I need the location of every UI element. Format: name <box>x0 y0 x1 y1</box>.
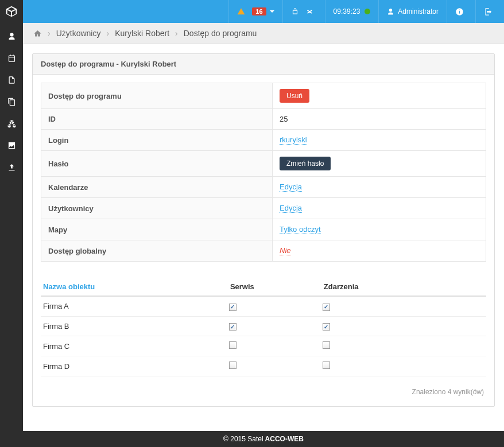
events-checkbox[interactable] <box>323 341 330 349</box>
prop-label: Kalendarze <box>41 177 273 198</box>
prop-label: Użytkownicy <box>41 198 273 219</box>
svg-rect-2 <box>459 9 460 10</box>
events-checkbox[interactable] <box>323 362 330 369</box>
prop-value-cell: 25 <box>273 109 486 130</box>
sidebar-item-copy[interactable] <box>0 91 23 112</box>
sidebar-item-document[interactable] <box>0 69 23 91</box>
breadcrumb-users[interactable]: Użytkownicy <box>56 29 101 38</box>
caret-down-icon <box>270 10 274 13</box>
objects-table: Nazwa obiektu Serwis Zdarzenia Firma AFi… <box>41 278 486 376</box>
user-label: Administrator <box>398 7 439 15</box>
col-service: Serwis <box>228 278 321 296</box>
warning-icon <box>237 7 245 15</box>
col-events: Zdarzenia <box>321 278 486 296</box>
service-checkbox[interactable] <box>229 304 237 311</box>
prop-value-cell: Edycja <box>273 177 486 198</box>
object-name: Firma B <box>41 316 228 336</box>
prop-value-cell: Zmień hasło <box>273 151 486 177</box>
prop-value-cell: Edycja <box>273 198 486 219</box>
prop-text: 25 <box>280 115 288 123</box>
service-checkbox[interactable] <box>229 362 237 369</box>
prop-row: MapyTylko odczyt <box>41 219 486 240</box>
editable-link[interactable]: Tylko odczyt <box>280 225 321 234</box>
editable-link[interactable]: Edycja <box>280 182 302 192</box>
prop-label: Hasło <box>41 151 273 177</box>
main-panel: Dostęp do programu - Kurylski Robert Dos… <box>32 53 495 407</box>
image-icon <box>7 141 16 150</box>
table-row: Firma A <box>41 296 486 316</box>
asterisk-icon <box>306 8 313 15</box>
sidebar-item-image[interactable] <box>0 134 23 156</box>
lock-button[interactable] <box>282 0 325 23</box>
logout-button[interactable] <box>475 0 504 23</box>
prop-row: ID25 <box>41 109 486 130</box>
logout-icon <box>484 7 493 16</box>
prop-value-cell: Usuń <box>273 83 486 109</box>
editable-link[interactable]: Edycja <box>280 204 302 213</box>
prop-label: Login <box>41 130 273 151</box>
copy-icon <box>7 98 16 106</box>
breadcrumb-sep: › <box>106 29 109 38</box>
editable-link[interactable]: rkurylski <box>280 135 307 145</box>
svg-rect-1 <box>459 11 460 13</box>
results-count: Znaleziono 4 wynik(ów) <box>41 376 486 398</box>
prop-label: Dostęp globalny <box>41 240 273 262</box>
prop-row: HasłoZmień hasło <box>41 151 486 177</box>
change-password-button[interactable]: Zmień hasło <box>280 157 331 170</box>
file-icon <box>7 76 16 84</box>
sidebar <box>0 23 23 447</box>
table-row: Firma D <box>41 356 486 376</box>
sidebar-item-users[interactable] <box>0 25 23 47</box>
object-name: Firma D <box>41 356 228 376</box>
info-button[interactable] <box>447 0 475 23</box>
user-icon <box>387 8 394 15</box>
prop-value-cell: rkurylski <box>273 130 486 151</box>
user-menu[interactable]: Administrator <box>378 0 447 23</box>
topbar: 16 09:39:23 Administrator <box>0 0 504 23</box>
breadcrumb-current: Dostęp do programu <box>184 29 257 38</box>
sidebar-item-upload[interactable] <box>0 156 23 178</box>
breadcrumb: › Użytkownicy › Kurylski Robert › Dostęp… <box>23 23 504 44</box>
object-name: Firma A <box>41 296 228 316</box>
status-dot <box>365 9 370 14</box>
delete-button[interactable]: Usuń <box>280 89 309 103</box>
prop-value-cell: Tylko odczyt <box>273 219 486 240</box>
prop-label: ID <box>41 109 273 130</box>
object-name: Firma C <box>41 336 228 356</box>
breadcrumb-sep: › <box>175 29 178 38</box>
footer: © 2015 Satel ACCO-WEB <box>23 431 504 447</box>
breadcrumb-user[interactable]: Kurylski Robert <box>115 29 169 38</box>
events-checkbox[interactable] <box>323 323 330 331</box>
sidebar-item-objects[interactable] <box>0 112 23 134</box>
time-text: 09:39:23 <box>334 7 360 15</box>
table-row: Firma C <box>41 336 486 356</box>
col-name[interactable]: Nazwa obiektu <box>41 278 228 296</box>
panel-heading: Dostęp do programu - Kurylski Robert <box>33 54 494 75</box>
prop-row: Loginrkurylski <box>41 130 486 151</box>
service-checkbox[interactable] <box>229 323 237 331</box>
user-icon <box>7 32 16 41</box>
prop-row: Dostęp do programuUsuń <box>41 83 486 109</box>
home-icon[interactable] <box>33 29 42 38</box>
service-checkbox[interactable] <box>229 341 237 349</box>
prop-row: Dostęp globalnyNie <box>41 240 486 262</box>
table-row: Firma B <box>41 316 486 336</box>
sidebar-item-calendar[interactable] <box>0 47 23 69</box>
breadcrumb-sep: › <box>48 29 51 38</box>
properties-table: Dostęp do programuUsuńID25Loginrkurylski… <box>41 83 486 262</box>
footer-product: ACCO-WEB <box>265 435 304 443</box>
calendar-icon <box>7 54 16 63</box>
prop-value-cell: Nie <box>273 240 486 262</box>
unlock-icon <box>291 7 299 15</box>
editable-link[interactable]: Nie <box>280 246 291 255</box>
prop-row: KalendarzeEdycja <box>41 177 486 198</box>
events-checkbox[interactable] <box>323 304 330 311</box>
prop-label: Mapy <box>41 219 273 240</box>
clock-display: 09:39:23 <box>325 0 379 23</box>
cubes-icon <box>7 119 16 128</box>
footer-prefix: © 2015 Satel <box>223 435 263 443</box>
prop-row: UżytkownicyEdycja <box>41 198 486 219</box>
upload-icon <box>7 163 16 172</box>
alerts-button[interactable]: 16 <box>228 0 282 23</box>
app-logo[interactable] <box>0 0 23 23</box>
